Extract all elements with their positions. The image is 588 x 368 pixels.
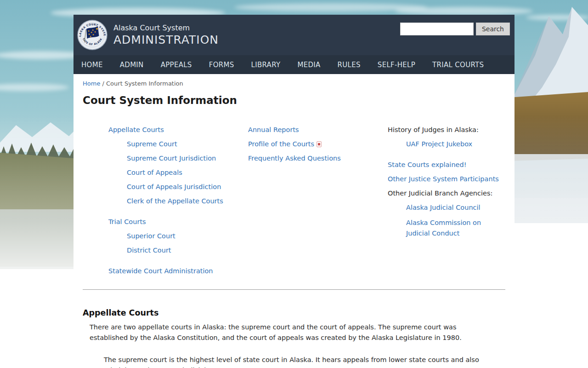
profile-courts-label: Profile of the Courts bbox=[248, 140, 314, 148]
quick-links-column-courts: Appellate Courts Supreme Court Supreme C… bbox=[108, 126, 248, 281]
link-statewide-court-administration[interactable]: Statewide Court Administration bbox=[108, 267, 248, 276]
link-other-justice-participants[interactable]: Other Justice System Participants bbox=[388, 175, 505, 184]
search-box: Search bbox=[400, 23, 510, 35]
link-supreme-court-jurisdiction[interactable]: Supreme Court Jurisdiction bbox=[127, 154, 248, 163]
link-clerk-appellate-courts[interactable]: Clerk of the Appellate Courts bbox=[127, 197, 248, 206]
link-district-court[interactable]: District Court bbox=[127, 246, 248, 255]
breadcrumb-current: Court System Information bbox=[106, 80, 183, 87]
svg-text:★: ★ bbox=[90, 35, 92, 38]
link-trial-courts[interactable]: Trial Courts bbox=[108, 218, 248, 226]
svg-text:★: ★ bbox=[96, 27, 99, 31]
main-content: Home / Court System Information Court Sy… bbox=[74, 74, 514, 368]
breadcrumb: Home / Court System Information bbox=[83, 80, 505, 87]
page-wrapper: ALASKA COURT SYSTEM STATE OF ALASKA ★ ★ … bbox=[74, 15, 514, 368]
appellate-courts-paragraph-2: The supreme court is the highest level o… bbox=[104, 355, 492, 368]
main-nav: HOME ADMIN APPEALS FORMS LIBRARY MEDIA R… bbox=[74, 55, 514, 74]
link-supreme-court[interactable]: Supreme Court bbox=[127, 140, 248, 149]
quick-links-column-other: History of Judges in Alaska: UAF Project… bbox=[388, 126, 505, 281]
section-divider bbox=[83, 289, 505, 290]
appellate-courts-heading: Appellate Courts bbox=[83, 308, 505, 317]
other-judicial-agencies-label: Other Judicial Branch Agencies: bbox=[388, 189, 505, 198]
link-faq[interactable]: Frequently Asked Questions bbox=[248, 154, 388, 163]
alaska-court-seal-icon: ALASKA COURT SYSTEM STATE OF ALASKA ★ ★ … bbox=[77, 20, 107, 50]
pdf-icon bbox=[317, 141, 322, 147]
link-annual-reports[interactable]: Annual Reports bbox=[248, 126, 388, 134]
nav-item-library[interactable]: LIBRARY bbox=[251, 61, 281, 69]
nav-item-rules[interactable]: RULES bbox=[338, 61, 361, 69]
search-button[interactable]: Search bbox=[476, 23, 510, 35]
link-court-of-appeals-jurisdiction[interactable]: Court of Appeals Jurisdiction bbox=[127, 183, 248, 191]
search-input[interactable] bbox=[400, 23, 474, 35]
nav-item-self-help[interactable]: SELF-HELP bbox=[378, 61, 415, 69]
link-alaska-judicial-council[interactable]: Alaska Judicial Council bbox=[406, 203, 505, 212]
breadcrumb-home-link[interactable]: Home bbox=[83, 80, 100, 87]
nav-item-forms[interactable]: FORMS bbox=[209, 61, 234, 69]
site-header: ALASKA COURT SYSTEM STATE OF ALASKA ★ ★ … bbox=[74, 15, 514, 55]
link-appellate-courts[interactable]: Appellate Courts bbox=[108, 126, 248, 134]
breadcrumb-separator: / bbox=[102, 80, 107, 87]
site-titles: Alaska Court System ADMINISTRATION bbox=[113, 23, 400, 46]
svg-text:★: ★ bbox=[92, 33, 95, 36]
nav-item-home[interactable]: HOME bbox=[81, 61, 103, 69]
link-court-of-appeals[interactable]: Court of Appeals bbox=[127, 168, 248, 177]
link-superior-court[interactable]: Superior Court bbox=[127, 232, 248, 241]
nav-item-admin[interactable]: ADMIN bbox=[120, 61, 144, 69]
site-name: Alaska Court System bbox=[113, 23, 400, 32]
appellate-courts-paragraph-1: There are two appellate courts in Alaska… bbox=[90, 322, 496, 343]
link-alaska-commission-judicial-conduct[interactable]: Alaska Commission on Judicial Conduct bbox=[406, 218, 483, 239]
history-of-judges-label: History of Judges in Alaska: bbox=[388, 126, 505, 134]
nav-item-appeals[interactable]: APPEALS bbox=[161, 61, 192, 69]
svg-text:★: ★ bbox=[88, 29, 90, 32]
link-profile-of-the-courts[interactable]: Profile of the Courts bbox=[248, 140, 388, 149]
page-title: Court System Information bbox=[83, 94, 505, 106]
nav-item-trial-courts[interactable]: TRIAL COURTS bbox=[432, 61, 484, 69]
link-state-courts-explained[interactable]: State Courts explained! bbox=[388, 161, 505, 169]
quick-links-column-reports: Annual Reports Profile of the Courts Fre… bbox=[248, 126, 388, 281]
quick-links: Appellate Courts Supreme Court Supreme C… bbox=[83, 126, 505, 281]
nav-item-media[interactable]: MEDIA bbox=[297, 61, 320, 69]
site-section: ADMINISTRATION bbox=[113, 33, 400, 46]
court-seal-logo[interactable]: ALASKA COURT SYSTEM STATE OF ALASKA ★ ★ … bbox=[77, 20, 107, 50]
link-uaf-project-jukebox[interactable]: UAF Project Jukebox bbox=[406, 140, 505, 149]
